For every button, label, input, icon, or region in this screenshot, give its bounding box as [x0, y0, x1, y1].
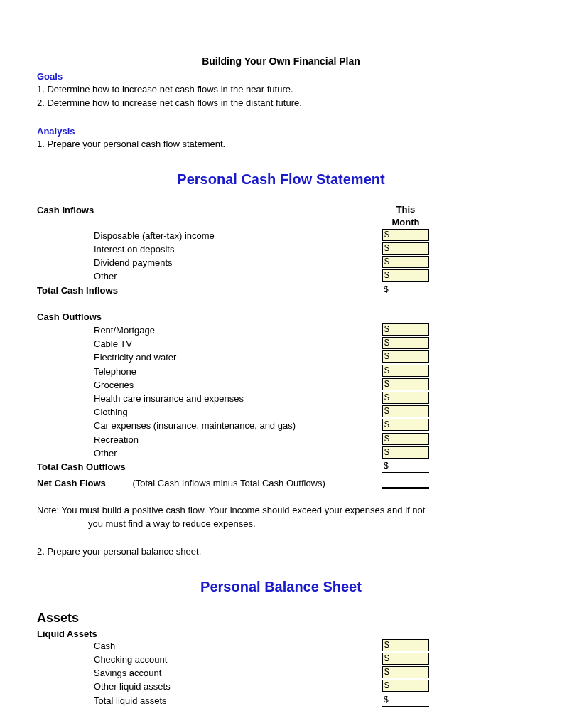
- line-item-label: Cash: [37, 639, 382, 653]
- doc-title: Building Your Own Financial Plan: [37, 55, 525, 67]
- liquid-heading: Liquid Assets: [37, 628, 525, 639]
- note-line: Note: You must build a positive cash flo…: [37, 504, 525, 518]
- line-item-label: Savings account: [37, 666, 382, 680]
- line-item-label: Recreation: [37, 433, 382, 446]
- outflows-heading: Cash Outflows: [37, 310, 382, 323]
- balance-title: Personal Balance Sheet: [37, 579, 525, 595]
- line-item-label: Checking account: [37, 653, 382, 666]
- amount-input-cell[interactable]: $: [382, 378, 429, 390]
- amount-input-cell[interactable]: $: [382, 419, 429, 431]
- total-outflows-value: $: [382, 461, 429, 473]
- amount-input-cell[interactable]: $: [382, 639, 429, 651]
- line-item-label: Other: [37, 446, 382, 460]
- step-2: 2. Prepare your personal balance sheet.: [37, 545, 525, 559]
- inflows-heading: Cash Inflows: [37, 203, 382, 229]
- amount-input-cell[interactable]: $: [382, 337, 429, 349]
- amount-input-cell[interactable]: $: [382, 323, 429, 336]
- line-item-label: Electricity and water: [37, 350, 382, 364]
- net-cash-value: [382, 477, 429, 489]
- line-item-label: Cable TV: [37, 337, 382, 350]
- line-item-label: Interest on deposits: [37, 242, 382, 256]
- amount-input-cell[interactable]: $: [382, 666, 429, 678]
- cash-flow-title: Personal Cash Flow Statement: [37, 171, 525, 188]
- line-item-label: Other: [37, 269, 382, 283]
- goal-item: 2. Determine how to increase net cash fl…: [37, 97, 525, 110]
- amount-input-cell[interactable]: $: [382, 680, 429, 692]
- assets-heading: Assets: [37, 611, 525, 626]
- line-item-label: Other liquid assets: [37, 680, 382, 693]
- line-item-label: Dividend payments: [37, 256, 382, 269]
- amount-input-cell[interactable]: $: [382, 392, 429, 404]
- net-cash-explain: (Total Cash Inflows minus Total Cash Out…: [108, 478, 325, 488]
- amount-input-cell[interactable]: $: [382, 350, 429, 363]
- total-liquid-value: $: [382, 695, 429, 707]
- amount-input-cell[interactable]: $: [382, 446, 429, 459]
- amount-input-cell[interactable]: $: [382, 242, 429, 255]
- analysis-heading: Analysis: [37, 126, 525, 136]
- total-outflows-label: Total Cash Outflows: [37, 460, 382, 473]
- line-item-label: Clothing: [37, 405, 382, 419]
- line-item-label: Telephone: [37, 365, 382, 378]
- line-item-label: Rent/Mortgage: [37, 323, 382, 337]
- note-line: you must find a way to reduce expenses.: [37, 518, 525, 531]
- line-item-label: Car expenses (insurance, maintenance, an…: [37, 419, 382, 432]
- amount-input-cell[interactable]: $: [382, 405, 429, 417]
- column-header: This Month: [382, 203, 429, 229]
- analysis-item: 1. Prepare your personal cash flow state…: [37, 138, 525, 151]
- amount-input-cell[interactable]: $: [382, 365, 429, 377]
- line-item-label: Health care insurance and expenses: [37, 392, 382, 405]
- amount-input-cell[interactable]: $: [382, 433, 429, 445]
- goal-item: 1. Determine how to increase net cash fl…: [37, 83, 525, 97]
- goals-heading: Goals: [37, 71, 525, 82]
- line-item-label: Disposable (after-tax) income: [37, 229, 382, 242]
- amount-input-cell[interactable]: $: [382, 229, 429, 241]
- line-item-label: Groceries: [37, 378, 382, 392]
- page: Building Your Own Financial Plan Goals 1…: [0, 0, 562, 728]
- amount-input-cell[interactable]: $: [382, 269, 429, 282]
- total-inflows-value: $: [382, 284, 429, 296]
- amount-input-cell[interactable]: $: [382, 653, 429, 665]
- net-cash-row: Net Cash Flows (Total Cash Inflows minus…: [37, 476, 382, 490]
- net-cash-label: Net Cash Flows: [37, 478, 106, 488]
- total-liquid-label: Total liquid assets: [37, 694, 382, 707]
- amount-input-cell[interactable]: $: [382, 256, 429, 268]
- note: Note: You must build a positive cash flo…: [37, 504, 525, 531]
- total-inflows-label: Total Cash Inflows: [37, 284, 382, 297]
